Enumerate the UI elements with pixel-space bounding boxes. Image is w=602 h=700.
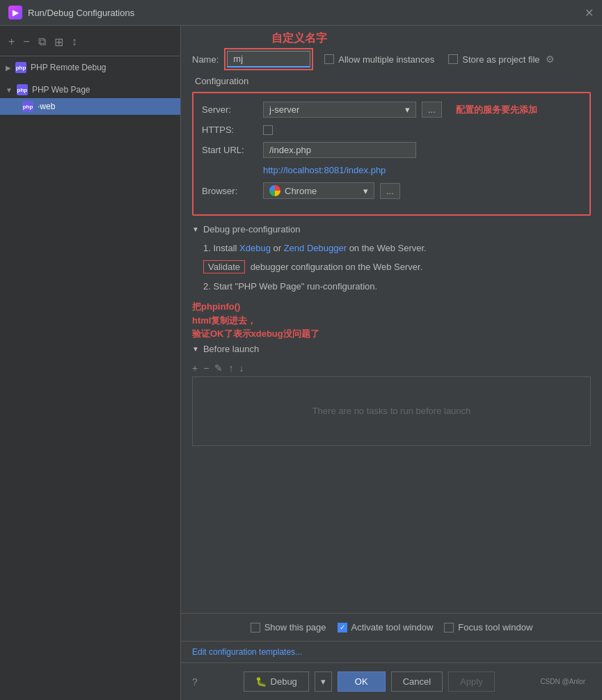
php-remote-debug-icon: php <box>15 62 26 73</box>
dialog-title: Run/Debug Configurations <box>28 8 134 18</box>
chrome-icon <box>269 185 280 196</box>
before-launch-title: Before launch <box>203 344 259 354</box>
help-button[interactable]: ? <box>192 676 198 687</box>
before-launch-up-button[interactable]: ↑ <box>228 363 233 374</box>
debug-step-1: 1. Install Xdebug or Zend Debugger on th… <box>203 240 591 256</box>
show-this-page-label: Show this page <box>264 622 326 633</box>
store-as-project-row: Store as project file ⚙ <box>448 54 554 65</box>
configuration-section: Configuration Server: j-server ▾ ... 配置的… <box>192 76 591 216</box>
activate-tool-window-item: ✓ Activate tool window <box>338 622 434 633</box>
debug-pre-config-header[interactable]: ▼ Debug pre-configuration <box>192 224 591 234</box>
sidebar-label-php-remote-debug: PHP Remote Debug <box>31 63 106 72</box>
sidebar-label-php-web-page: PHP Web Page <box>32 85 90 95</box>
apply-button[interactable]: Apply <box>448 671 495 692</box>
server-select-arrow: ▾ <box>405 104 410 115</box>
show-this-page-checkbox[interactable] <box>251 623 260 633</box>
run-debug-configurations-dialog: ▶ Run/Debug Configurations ✕ + − ⧉ ⊞ ↕ ▶… <box>0 0 602 700</box>
https-checkbox[interactable] <box>263 125 273 135</box>
server-label: Server: <box>202 104 258 115</box>
zend-debugger-link[interactable]: Zend Debugger <box>284 243 347 253</box>
folder-config-button[interactable]: ⊞ <box>52 34 66 50</box>
focus-tool-window-checkbox[interactable] <box>444 623 454 633</box>
debug-pre-config-section: ▼ Debug pre-configuration 1. Install Xde… <box>192 224 591 294</box>
before-launch-edit-button[interactable]: ✎ <box>214 363 223 374</box>
validate-button[interactable]: Validate <box>203 260 245 273</box>
server-select[interactable]: j-server ▾ <box>263 102 416 118</box>
debug-button[interactable]: 🐛 Debug <box>244 671 309 692</box>
sidebar-group-php-remote-debug: ▶ php PHP Remote Debug <box>0 56 180 79</box>
sidebar-item-php-web-page[interactable]: ▼ php PHP Web Page <box>0 81 180 98</box>
name-input-outline <box>224 48 313 70</box>
allow-multiple-row: Allow multiple instances <box>324 54 434 65</box>
footer-checks: Show this page ✓ Activate tool window Fo… <box>181 613 602 641</box>
add-config-button[interactable]: + <box>6 34 17 50</box>
name-row: Name: Allow multiple instances Store as … <box>181 40 602 76</box>
app-icon: ▶ <box>8 6 22 19</box>
debug-pre-collapse-arrow: ▼ <box>192 225 199 233</box>
https-label: HTTPS: <box>202 125 258 135</box>
store-as-project-checkbox[interactable] <box>448 54 458 64</box>
before-launch-collapse-arrow: ▼ <box>192 345 199 353</box>
start-url-input[interactable] <box>263 142 416 158</box>
sidebar-item-php-remote-debug[interactable]: ▶ php PHP Remote Debug <box>0 59 180 76</box>
cancel-button[interactable]: Cancel <box>391 671 443 692</box>
web-config-icon: php <box>22 101 33 112</box>
sidebar-toolbar: + − ⧉ ⊞ ↕ <box>0 31 180 56</box>
server-row: Server: j-server ▾ ... 配置的服务要先添加 <box>202 102 581 118</box>
gear-icon[interactable]: ⚙ <box>546 54 555 65</box>
show-this-page-item: Show this page <box>251 622 326 633</box>
before-launch-down-button[interactable]: ↓ <box>239 363 244 374</box>
php-web-page-icon: php <box>17 84 28 95</box>
debug-pre-config-title: Debug pre-configuration <box>203 224 300 234</box>
browser-select-arrow: ▾ <box>363 186 368 196</box>
sidebar-item-web-config[interactable]: php ·web <box>0 98 180 115</box>
name-input[interactable] <box>227 51 310 67</box>
remove-config-button[interactable]: − <box>20 34 32 50</box>
start-url-label: Start URL: <box>202 145 258 155</box>
focus-tool-window-item: Focus tool window <box>444 622 532 633</box>
copy-config-button[interactable]: ⧉ <box>35 34 49 50</box>
browser-select-value: Chrome <box>285 186 317 196</box>
browser-label: Browser: <box>202 186 258 196</box>
before-launch-add-button[interactable]: + <box>192 363 198 374</box>
sidebar: + − ⧉ ⊞ ↕ ▶ php PHP Remote Debug ▼ php <box>0 26 181 700</box>
close-button[interactable]: ✕ <box>585 6 594 19</box>
store-as-project-label: Store as project file <box>462 54 539 65</box>
server-ellipsis-button[interactable]: ... <box>422 102 442 118</box>
start-url-row: Start URL: <box>202 142 581 158</box>
collapse-arrow-web: ▼ <box>6 86 13 94</box>
activate-tool-window-checkbox[interactable]: ✓ <box>338 623 347 633</box>
xdebug-link[interactable]: Xdebug <box>239 243 271 253</box>
allow-multiple-checkbox[interactable] <box>324 54 334 64</box>
sort-config-button[interactable]: ↕ <box>69 34 80 50</box>
server-select-value: j-server <box>269 104 299 115</box>
browser-row: Browser: Chrome ▾ ... <box>202 182 581 199</box>
sidebar-group-php-web-page: ▼ php PHP Web Page php ·web <box>0 79 180 118</box>
sidebar-label-web-config: ·web <box>38 102 55 111</box>
focus-tool-window-label: Focus tool window <box>458 622 532 633</box>
browser-select[interactable]: Chrome ▾ <box>263 182 374 199</box>
debug-step-2: 2. Start "PHP Web Page" run-configuratio… <box>203 278 591 294</box>
annotation-server-note: 配置的服务要先添加 <box>456 104 537 116</box>
annotation-phpinfo: 把phpinfo()html复制进去，验证OK了表示xdebug没问题了 <box>181 300 602 341</box>
before-launch-section: ▼ Before launch + − ✎ ↑ ↓ There are no t… <box>192 344 591 446</box>
configuration-title: Configuration <box>192 76 591 86</box>
edit-templates-link[interactable]: Edit configuration templates... <box>181 641 602 662</box>
action-buttons: ? 🐛 Debug ▾ OK Cancel Apply CSDN @Anlor <box>181 662 602 700</box>
browser-ellipsis-button[interactable]: ... <box>380 183 400 199</box>
collapse-arrow-remote: ▶ <box>6 64 11 72</box>
resolved-url-link[interactable]: http://localhost:8081/index.php <box>263 165 386 175</box>
before-launch-remove-button[interactable]: − <box>203 363 209 374</box>
before-launch-toolbar: + − ✎ ↑ ↓ <box>192 360 591 376</box>
name-label: Name: <box>192 54 219 65</box>
right-panel: 自定义名字 Name: Allow multiple instances Sto… <box>181 26 602 700</box>
configuration-box: Server: j-server ▾ ... 配置的服务要先添加 HTTPS: <box>192 92 591 216</box>
allow-multiple-label: Allow multiple instances <box>338 54 434 65</box>
ok-button[interactable]: OK <box>338 671 386 692</box>
activate-tool-window-label: Activate tool window <box>351 622 434 633</box>
watermark: CSDN @Anlor <box>540 678 591 685</box>
before-launch-header[interactable]: ▼ Before launch <box>192 344 591 354</box>
debug-dropdown-button[interactable]: ▾ <box>315 671 332 692</box>
before-launch-empty-text: There are no tasks to run before launch <box>312 406 471 416</box>
debug-icon: 🐛 <box>255 676 267 687</box>
